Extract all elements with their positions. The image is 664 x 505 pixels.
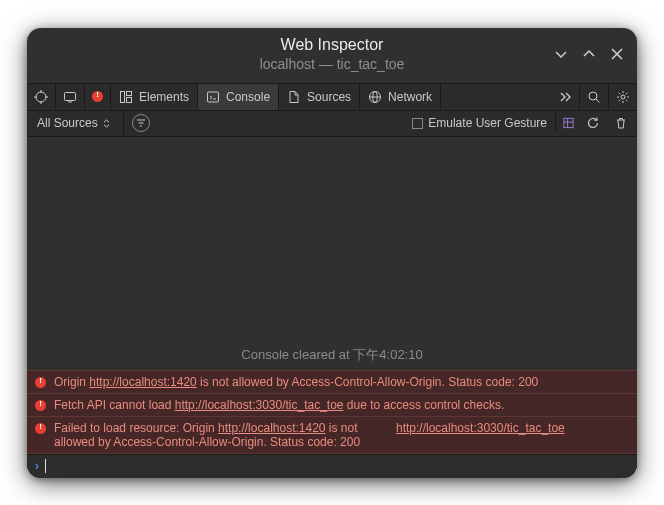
dropdown-label: All Sources [37, 116, 98, 130]
error-badge-icon [35, 377, 46, 388]
close-icon [610, 47, 624, 61]
network-icon [368, 90, 382, 104]
svg-point-0 [36, 92, 46, 102]
element-picker-button[interactable] [27, 84, 56, 110]
inspector-tab-bar: Elements Console Sources Network [27, 83, 637, 111]
source-dropdown[interactable]: All Sources [33, 114, 115, 132]
clear-console-button[interactable] [611, 113, 631, 133]
minimize-button[interactable] [549, 42, 573, 66]
device-mode-button[interactable] [56, 84, 85, 110]
console-error-row[interactable]: Origin http://localhost:1420 is not allo… [27, 370, 637, 393]
settings-button[interactable] [609, 84, 637, 110]
close-button[interactable] [605, 42, 629, 66]
tab-label: Elements [139, 90, 189, 104]
error-indicator[interactable] [85, 84, 111, 110]
svg-rect-4 [127, 97, 132, 102]
prompt-chevron-icon: › [35, 459, 39, 473]
svg-rect-3 [127, 91, 132, 95]
titlebar: Web Inspector localhost — tic_tac_toe [27, 28, 637, 83]
svg-rect-5 [208, 92, 219, 102]
checkbox-label: Emulate User Gesture [428, 116, 547, 130]
double-chevron-right-icon [558, 90, 572, 104]
window-title: Web Inspector [281, 36, 384, 54]
svg-point-9 [621, 95, 625, 99]
preserve-log-button[interactable] [555, 113, 575, 133]
sources-icon [287, 90, 301, 104]
window-controls [549, 42, 629, 66]
error-message: Fetch API cannot load http://localhost:3… [54, 398, 629, 412]
filter-button[interactable] [132, 114, 150, 132]
chevron-up-icon [582, 47, 596, 61]
reload-button[interactable] [583, 113, 603, 133]
web-inspector-window: Web Inspector localhost — tic_tac_toe [27, 28, 637, 478]
checkbox-box [412, 118, 423, 129]
error-link[interactable]: http://localhost:1420 [218, 421, 325, 435]
device-icon [63, 90, 77, 104]
error-badge-icon [35, 423, 46, 434]
console-cleared-message: Console cleared at 下午4:02:10 [241, 346, 422, 364]
overflow-tabs-button[interactable] [551, 84, 580, 110]
filter-lines-icon [136, 118, 146, 128]
maximize-button[interactable] [577, 42, 601, 66]
reload-icon [586, 116, 600, 130]
console-prompt[interactable]: › [27, 454, 637, 478]
chevron-down-icon [554, 47, 568, 61]
error-badge-icon [92, 91, 103, 102]
console-cleared-region: Console cleared at 下午4:02:10 [27, 137, 637, 370]
console-icon [206, 90, 220, 104]
text-caret [45, 459, 46, 473]
console-error-row[interactable]: Fetch API cannot load http://localhost:3… [27, 393, 637, 416]
tab-elements[interactable]: Elements [111, 84, 198, 110]
elements-icon [119, 90, 133, 104]
error-message: Failed to load resource: Origin http://l… [54, 421, 629, 449]
console-body: Console cleared at 下午4:02:10 Origin http… [27, 137, 637, 478]
console-error-row[interactable]: Failed to load resource: Origin http://l… [27, 416, 637, 454]
gear-icon [616, 90, 630, 104]
tab-console[interactable]: Console [198, 84, 279, 110]
emulate-user-gesture-checkbox[interactable]: Emulate User Gesture [412, 116, 547, 130]
tab-sources[interactable]: Sources [279, 84, 360, 110]
error-message: Origin http://localhost:1420 is not allo… [54, 375, 629, 389]
svg-rect-2 [121, 91, 125, 102]
tab-label: Sources [307, 90, 351, 104]
tab-label: Network [388, 90, 432, 104]
console-filter-bar: All Sources Emulate User Gesture [27, 111, 637, 137]
svg-point-8 [589, 92, 597, 100]
error-badge-icon [35, 400, 46, 411]
svg-rect-1 [65, 92, 76, 100]
search-icon [587, 90, 601, 104]
preserve-icon [562, 116, 575, 130]
trash-icon [614, 116, 628, 130]
updown-icon [102, 119, 111, 128]
error-link[interactable]: http://localhost:3030/tic_tac_toe [175, 398, 344, 412]
window-subtitle: localhost — tic_tac_toe [260, 56, 405, 72]
tab-network[interactable]: Network [360, 84, 441, 110]
error-source-link[interactable]: http://localhost:3030/tic_tac_toe [396, 421, 565, 435]
svg-rect-10 [564, 118, 573, 127]
tab-label: Console [226, 90, 270, 104]
error-link[interactable]: http://localhost:1420 [89, 375, 196, 389]
search-button[interactable] [580, 84, 609, 110]
crosshair-icon [34, 90, 48, 104]
